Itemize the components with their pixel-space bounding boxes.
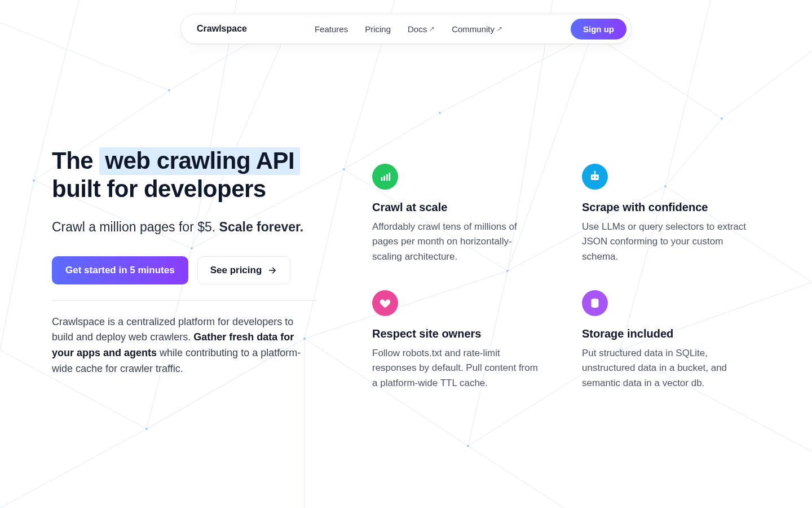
divider [52, 300, 317, 301]
brand-logo[interactable]: Crawlspace [197, 24, 247, 34]
feature-body: Put structured data in SQLite, unstructu… [582, 346, 751, 391]
title-highlight: web crawling API [99, 147, 300, 175]
svg-rect-54 [389, 173, 390, 181]
svg-point-59 [596, 177, 598, 178]
feature-body: Affordably crawl tens of millions of pag… [372, 220, 541, 264]
arrow-right-icon [267, 265, 277, 275]
svg-point-58 [593, 177, 594, 178]
feature-title: Crawl at scale [372, 201, 541, 214]
get-started-button[interactable]: Get started in 5 minutes [52, 256, 188, 284]
feature-title: Scrape with confidence [582, 201, 751, 214]
see-pricing-label: See pricing [210, 265, 262, 276]
top-nav: Crawlspace Features Pricing Docs ↗ Commu… [180, 14, 632, 44]
nav-link-pricing[interactable]: Pricing [365, 24, 391, 34]
svg-rect-53 [386, 174, 388, 181]
feature-storage-included: Storage included Put structured data in … [582, 290, 751, 391]
feature-title: Storage included [582, 327, 751, 340]
svg-rect-52 [383, 176, 385, 181]
heart-icon [372, 290, 398, 316]
nav-link-docs[interactable]: Docs ↗ [408, 24, 435, 34]
features-grid: Crawl at scale Affordably crawl tens of … [372, 164, 778, 391]
feature-crawl-at-scale: Crawl at scale Affordably crawl tens of … [372, 164, 541, 264]
signup-button[interactable]: Sign up [571, 19, 626, 40]
nav-link-label: Pricing [365, 24, 391, 34]
see-pricing-button[interactable]: See pricing [197, 256, 291, 284]
page-title: The web crawling API built for developer… [52, 147, 317, 203]
hero-section: The web crawling API built for developer… [52, 147, 317, 387]
title-part: built for developers [52, 176, 266, 202]
bars-icon [372, 164, 398, 190]
nav-link-features[interactable]: Features [315, 24, 348, 34]
robot-icon [582, 164, 608, 190]
nav-link-community[interactable]: Community ↗ [452, 24, 502, 34]
title-part: The [52, 147, 93, 174]
feature-title: Respect site owners [372, 327, 541, 340]
external-link-icon: ↗ [429, 25, 435, 33]
svg-rect-51 [381, 177, 383, 181]
feature-scrape-confidence: Scrape with confidence Use LLMs or query… [582, 164, 751, 264]
subtitle-text: Crawl a million pages for $5. [52, 220, 219, 234]
hero-subtitle: Crawl a million pages for $5. Scale fore… [52, 217, 317, 237]
hero-blurb: Crawlspace is a centralized platform for… [52, 314, 317, 378]
svg-rect-56 [594, 172, 595, 174]
feature-body: Follow robots.txt and rate-limit respons… [372, 346, 541, 391]
nav-link-label: Docs [408, 24, 427, 34]
svg-rect-55 [591, 174, 599, 180]
nav-link-label: Features [315, 24, 348, 34]
feature-body: Use LLMs or query selectors to extract J… [582, 220, 751, 264]
external-link-icon: ↗ [497, 25, 502, 33]
subtitle-bold: Scale forever. [219, 220, 304, 234]
feature-respect-owners: Respect site owners Follow robots.txt an… [372, 290, 541, 391]
nav-link-label: Community [452, 24, 495, 34]
svg-point-57 [594, 171, 596, 173]
database-icon [582, 290, 608, 316]
